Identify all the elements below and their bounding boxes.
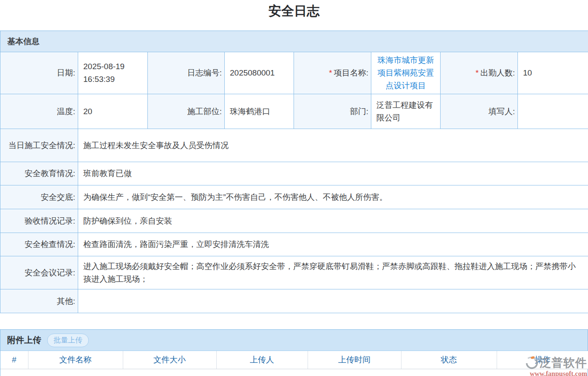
- attachment-section-header: 附件上传 批量上传: [0, 330, 588, 351]
- attachment-table-header-row: # 文件名称 文件大小 上传人 上传时间 状态 操作: [0, 351, 588, 369]
- basic-info-table: 基本信息 日期: 2025-08-19 16:53:39 日志编号: 20250…: [0, 31, 588, 313]
- attachment-section: 附件上传 批量上传 # 文件名称 文件大小 上传人 上传时间 状态 操作: [0, 329, 588, 376]
- attendance-label: *出勤人数:: [441, 52, 518, 94]
- other-value: [78, 289, 588, 313]
- date-label: 日期:: [0, 52, 78, 94]
- attachment-table: # 文件名称 文件大小 上传人 上传时间 状态 操作: [0, 351, 588, 369]
- section-title-basic-info: 基本信息: [0, 31, 588, 52]
- safety-disclosure-value: 为确保生产，做到“安全第一、预防为主”不伤害自己，不伤害他人、不被他人所伤害。: [78, 185, 588, 209]
- safety-meeting-label: 安全会议记录:: [0, 256, 78, 289]
- column-header-actions: 操作: [497, 351, 588, 369]
- column-header-file-name: 文件名称: [28, 351, 123, 369]
- acceptance-record-value: 防护确保到位，亲自安装: [78, 209, 588, 233]
- temperature-value: 20: [78, 94, 148, 129]
- other-label: 其他:: [0, 289, 78, 313]
- project-name-cell: 珠海市城市更新项目紫桐苑安置点设计项目: [371, 52, 441, 94]
- safety-inspection-value: 检查路面清洗，路面污染严重，立即安排清洗车清洗: [78, 233, 588, 256]
- column-header-uploader: 上传人: [216, 351, 308, 369]
- construction-part-value: 珠海鹤港口: [225, 94, 294, 129]
- safety-meeting-value: 进入施工现场必须戴好安全帽；高空作业必须系好安全带，严禁穿硬底带钉易滑鞋；严禁赤…: [78, 256, 588, 289]
- column-header-upload-time: 上传时间: [308, 351, 401, 369]
- daily-safety-value: 施工过程未发生安全事故及人员受伤情况: [78, 129, 588, 162]
- attachment-empty-area: [0, 369, 588, 376]
- daily-safety-label: 当日施工安全情况:: [0, 129, 78, 162]
- column-header-index: #: [0, 351, 28, 369]
- department-value: 泛普工程建设有限公司: [371, 94, 441, 129]
- table-row: 日期: 2025-08-19 16:53:39 日志编号: 2025080001…: [0, 52, 588, 94]
- table-row: 安全检查情况: 检查路面清洗，路面污染严重，立即安排清洗车清洗: [0, 233, 588, 256]
- required-asterisk: *: [475, 68, 478, 77]
- table-row: 验收情况记录: 防护确保到位，亲自安装: [0, 209, 588, 233]
- safety-inspection-label: 安全检查情况:: [0, 233, 78, 256]
- safety-education-value: 班前教育已做: [78, 162, 588, 185]
- section-header-row: 基本信息: [0, 31, 588, 52]
- table-row: 安全会议记录: 进入施工现场必须戴好安全帽；高空作业必须系好安全带，严禁穿硬底带…: [0, 256, 588, 289]
- table-row: 安全交底: 为确保生产，做到“安全第一、预防为主”不伤害自己，不伤害他人、不被他…: [0, 185, 588, 209]
- attendance-value: 10: [518, 52, 588, 94]
- page-title: 安全日志: [0, 0, 588, 31]
- safety-education-label: 安全教育情况:: [0, 162, 78, 185]
- filler-label: 填写人:: [441, 94, 518, 129]
- required-asterisk: *: [329, 68, 332, 77]
- table-row: 温度: 20 施工部位: 珠海鹤港口 部门: 泛普工程建设有限公司 填写人:: [0, 94, 588, 129]
- department-label: 部门:: [294, 94, 371, 129]
- attachment-section-title: 附件上传: [7, 334, 41, 346]
- log-no-value: 2025080001: [225, 52, 294, 94]
- table-row: 其他:: [0, 289, 588, 313]
- filler-value: [518, 94, 588, 129]
- construction-part-label: 施工部位:: [148, 94, 225, 129]
- project-name-link[interactable]: 珠海市城市更新项目紫桐苑安置点设计项目: [376, 54, 436, 92]
- table-row: 当日施工安全情况: 施工过程未发生安全事故及人员受伤情况: [0, 129, 588, 162]
- column-header-status: 状态: [401, 351, 497, 369]
- safety-disclosure-label: 安全交底:: [0, 185, 78, 209]
- project-name-label-text: 项目名称:: [334, 68, 368, 77]
- acceptance-record-label: 验收情况记录:: [0, 209, 78, 233]
- project-name-label: *项目名称:: [294, 52, 371, 94]
- log-no-label: 日志编号:: [148, 52, 225, 94]
- temperature-label: 温度:: [0, 94, 78, 129]
- date-value: 2025-08-19 16:53:39: [78, 52, 148, 94]
- batch-upload-button[interactable]: 批量上传: [47, 334, 89, 347]
- attendance-label-text: 出勤人数:: [481, 68, 515, 77]
- column-header-file-size: 文件大小: [123, 351, 216, 369]
- table-row: 安全教育情况: 班前教育已做: [0, 162, 588, 185]
